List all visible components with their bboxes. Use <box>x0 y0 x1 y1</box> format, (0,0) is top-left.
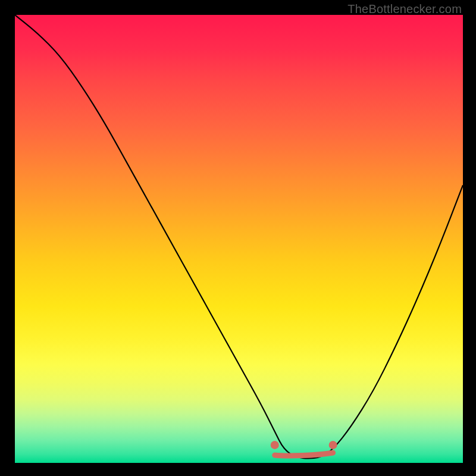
chart-outer-frame: TheBottlenecker.com <box>0 0 476 476</box>
optimal-flat-region <box>275 453 333 456</box>
watermark-text: TheBottlenecker.com <box>347 2 462 16</box>
chart-curve-layer <box>15 15 463 463</box>
bottleneck-curve <box>15 15 463 458</box>
optimal-region-end-dot <box>329 441 337 449</box>
optimal-region-start-dot <box>271 441 279 449</box>
